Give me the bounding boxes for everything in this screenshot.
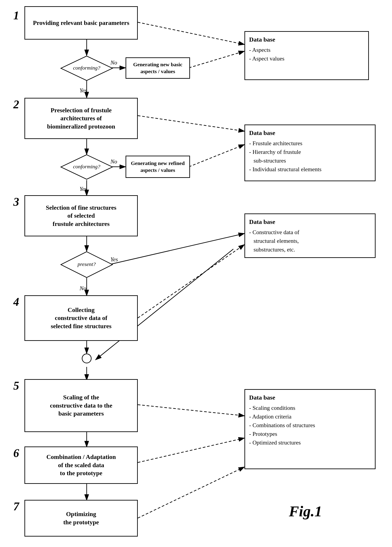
step4-label: Collectingconstructive data ofselected f…	[51, 306, 111, 330]
db4-item4: - Prototypes	[249, 430, 371, 438]
db3-item1c: substructures, etc.	[249, 245, 371, 254]
diamond3-wrapper: present?	[60, 251, 113, 278]
step7-box: Optimizingthe prototype	[24, 500, 138, 537]
step6-label: Combination / Adaptationof the scaled da…	[47, 453, 116, 477]
db4-item5: - Optimized structures	[249, 438, 371, 447]
svg-text:conforming?: conforming?	[73, 65, 101, 71]
step3-box: Selection of fine structuresof selectedf…	[24, 195, 138, 236]
diagram-container: Yes No Yes No Yes No	[0, 0, 392, 547]
svg-line-29	[138, 467, 244, 518]
db-box-2: Data base - Frustule architectures - Hie…	[244, 124, 376, 181]
gen-box-2-label: Generating new refinedaspects / values	[131, 160, 185, 174]
db-box-4: Data base - Scaling conditions - Adaptio…	[244, 389, 376, 469]
svg-line-21	[138, 245, 244, 318]
diamond1-svg: conforming?	[60, 55, 113, 81]
svg-line-14	[189, 144, 244, 167]
db3-title: Data base	[249, 217, 371, 226]
diamond2-svg: conforming?	[60, 154, 113, 180]
gen-box-1: Generating new basicaspects / values	[126, 57, 190, 79]
fig-label: Fig.1	[289, 503, 322, 520]
step3-label: Selection of fine structuresof selectedf…	[46, 204, 116, 228]
step-num-5: 5	[13, 379, 19, 392]
step1-label: Providing relevant basic parameters	[33, 19, 129, 27]
db-box-1: Data base - Aspects - Aspect values	[244, 31, 369, 80]
svg-line-25	[138, 405, 244, 416]
db2-item3: - Individual structural elements	[249, 165, 371, 174]
svg-text:Yes: Yes	[80, 186, 87, 192]
db2-item2b: sub-structures	[249, 156, 371, 165]
diamond1-wrapper: conforming?	[60, 55, 113, 81]
diamond2-wrapper: conforming?	[60, 154, 113, 180]
diamond3-svg: present?	[60, 251, 113, 278]
db1-item2: - Aspect values	[249, 54, 364, 63]
step-num-2: 2	[13, 98, 19, 111]
step-num-3: 3	[13, 195, 19, 208]
circle-connector	[82, 354, 92, 363]
step2-label: Preselection of frustulearchitectures of…	[47, 106, 115, 130]
db3-item1: - Constructive data of	[249, 228, 371, 237]
db4-item3: - Combinations of structures	[249, 421, 371, 430]
step5-label: Scaling of theconstructive data to theba…	[50, 393, 112, 417]
step6-box: Combination / Adaptationof the scaled da…	[24, 446, 138, 484]
db4-item1: - Scaling conditions	[249, 403, 371, 412]
gen-box-2: Generating new refinedaspects / values	[126, 156, 190, 178]
db1-item1: - Aspects	[249, 46, 364, 54]
step7-label: Optimizingthe prototype	[63, 510, 99, 526]
svg-text:No: No	[79, 285, 86, 292]
db2-item2: - Hierarchy of frustule	[249, 148, 371, 156]
svg-line-8	[138, 22, 244, 44]
step2-box: Preselection of frustulearchitectures of…	[24, 98, 138, 139]
svg-line-7	[189, 51, 244, 68]
step5-box: Scaling of theconstructive data to theba…	[24, 379, 138, 432]
step-num-4: 4	[13, 295, 19, 308]
step1-box: Providing relevant basic parameters	[24, 6, 138, 40]
db1-title: Data base	[249, 35, 364, 44]
gen-box-1-label: Generating new basicaspects / values	[133, 61, 182, 75]
step-num-7: 7	[13, 500, 19, 513]
db2-item1: - Frustule architectures	[249, 139, 371, 148]
svg-text:conforming?: conforming?	[73, 164, 101, 170]
db4-item2: - Adaption criteria	[249, 412, 371, 421]
db4-title: Data base	[249, 393, 371, 402]
step-num-1: 1	[13, 9, 19, 22]
svg-text:present?: present?	[77, 261, 96, 267]
svg-text:Yes: Yes	[80, 87, 87, 94]
db3-item1b: structural elements,	[249, 237, 371, 245]
step4-box: Collectingconstructive data ofselected f…	[24, 295, 138, 341]
svg-line-27	[138, 438, 244, 463]
step-num-6: 6	[13, 446, 19, 460]
db-box-3: Data base - Constructive data of structu…	[244, 213, 376, 258]
svg-line-15	[138, 116, 244, 131]
db2-title: Data base	[249, 128, 371, 138]
svg-line-17	[109, 233, 244, 265]
